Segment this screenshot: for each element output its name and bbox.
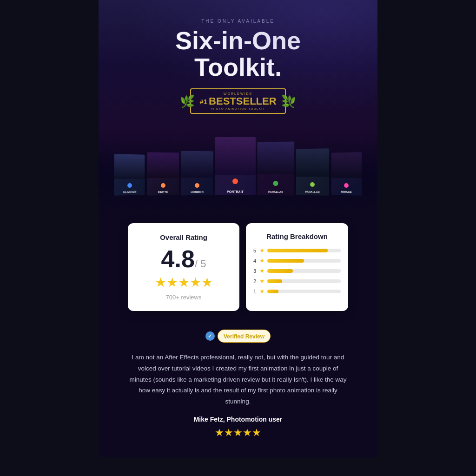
- left-background: [0, 0, 99, 476]
- product-box-horizon-sm: HORIZON: [181, 151, 213, 196]
- verified-badge: Verified Review: [218, 330, 271, 343]
- row1-bar-bg: [267, 290, 341, 293]
- row5-bar-fill: [267, 249, 328, 252]
- breakdown-row-5: 5 ★: [253, 247, 341, 254]
- badge-bestseller: BESTSELLER: [209, 95, 276, 107]
- product-box-depth: DEPTH: [147, 152, 179, 196]
- title-line1: Six-in-One: [175, 26, 301, 54]
- row3-bar-bg: [267, 269, 341, 273]
- parallax2-label: PARALLAX: [305, 191, 320, 193]
- breakdown-row-3: 3 ★: [253, 267, 341, 274]
- row2-bar-bg: [267, 279, 341, 283]
- depth-label: DEPTH: [158, 191, 168, 193]
- product-box-portrait: PORTRAIT: [215, 137, 256, 195]
- glacier-label: GLACIER: [123, 191, 136, 194]
- row5-num: 5: [253, 248, 257, 253]
- laurel-right-icon: 🌿: [281, 94, 296, 108]
- row2-star: ★: [259, 278, 265, 284]
- laurel-left-icon: 🌿: [180, 94, 195, 108]
- row5-bar-bg: [267, 249, 341, 252]
- overall-stars: ★★★★★: [136, 275, 231, 290]
- horizon-sm-label: HORIZON: [191, 191, 204, 193]
- row3-bar-fill: [267, 269, 293, 273]
- product-box-glacier: GLACIER: [114, 154, 145, 196]
- verified-check-icon: ✓: [205, 331, 215, 341]
- row3-num: 3: [253, 268, 257, 274]
- row2-num: 2: [253, 278, 257, 284]
- bestseller-badge: 🌿 WORLDWIDE #1 BESTSELLER PHOTO ANIMATIO…: [190, 88, 285, 114]
- products-display: GLACIER DEPTH HORIZON: [99, 132, 377, 200]
- parallax-label: PARALLAX: [268, 191, 283, 193]
- row5-star: ★: [259, 247, 265, 254]
- badge-number: #1: [199, 98, 207, 106]
- row2-bar-fill: [267, 279, 282, 283]
- rating-score: 4.8: [161, 245, 195, 272]
- row1-star: ★: [259, 288, 265, 295]
- product-box-mirage: MIRAGE: [331, 152, 362, 196]
- verified-text: Verified Review: [224, 333, 264, 340]
- product-box-parallax: PARALLAX: [257, 142, 294, 196]
- hero-subtitle: THE ONLY AVAILABLE: [108, 19, 368, 24]
- hero-section: THE ONLY AVAILABLE Six-in-One Toolkit. 🌿…: [99, 0, 377, 130]
- page-wrapper: THE ONLY AVAILABLE Six-in-One Toolkit. 🌿…: [99, 0, 377, 476]
- row4-star: ★: [259, 257, 265, 264]
- breakdown-row-1: 1 ★: [253, 288, 341, 295]
- breakdown-title: Rating Breakdown: [253, 232, 341, 240]
- badge-worldwide: WORLDWIDE: [199, 92, 276, 95]
- review-section: ✓ Verified Review I am not an After Effe…: [99, 323, 377, 457]
- review-count: 700+ reviews: [136, 294, 231, 301]
- breakdown-row-4: 4 ★: [253, 257, 341, 264]
- row4-bar-fill: [267, 259, 304, 263]
- portrait-label: PORTRAIT: [227, 190, 244, 193]
- overall-rating-title: Overall Rating: [136, 233, 231, 241]
- product-box-parallax2: PARALLAX: [296, 149, 329, 196]
- products-section: GLACIER DEPTH HORIZON: [99, 130, 377, 212]
- hero-title: Six-in-One Toolkit.: [108, 27, 368, 80]
- title-line2: Toolkit.: [194, 53, 282, 81]
- overall-rating-card: Overall Rating 4.8/ 5 ★★★★★ 700+ reviews: [128, 223, 239, 311]
- rating-max: / 5: [195, 258, 206, 270]
- breakdown-row-2: 2 ★: [253, 278, 341, 284]
- row4-bar-bg: [267, 259, 341, 263]
- review-text: I am not an After Effects professional, …: [126, 352, 350, 407]
- row3-star: ★: [259, 267, 265, 274]
- right-background: [377, 0, 476, 476]
- row1-num: 1: [253, 289, 257, 294]
- row4-num: 4: [253, 258, 257, 264]
- mirage-label: MIRAGE: [341, 191, 351, 193]
- reviewer-name: Mike Fetz, Photomotion user: [117, 416, 359, 423]
- rating-breakdown-card: Rating Breakdown 5 ★ 4 ★ 3: [246, 223, 348, 311]
- badge-sub: PHOTO ANIMATION TOOLKIT: [199, 107, 276, 110]
- ratings-section: Overall Rating 4.8/ 5 ★★★★★ 700+ reviews…: [99, 212, 377, 323]
- review-stars: ★★★★★: [117, 427, 359, 439]
- row1-bar-fill: [267, 290, 278, 293]
